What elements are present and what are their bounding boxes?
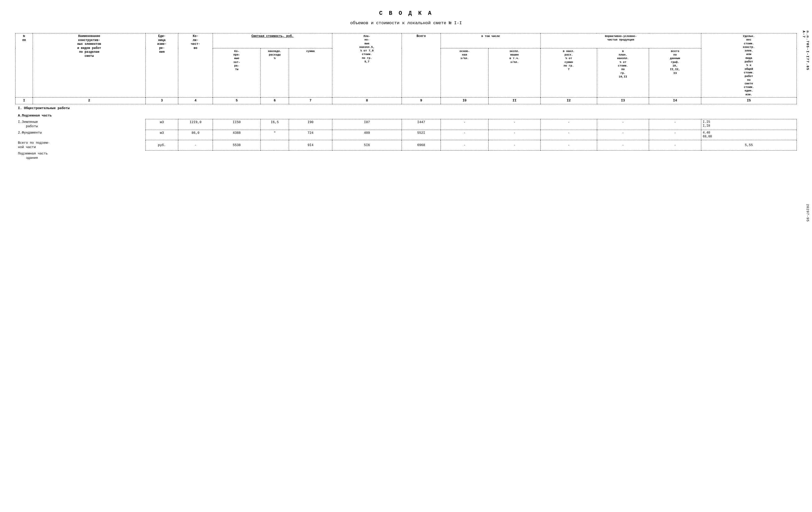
col-num-11: II bbox=[488, 98, 541, 104]
col-num-10: I0 bbox=[441, 98, 488, 104]
fund-norm-overhead: - bbox=[541, 130, 597, 140]
fund-overhead-sum: 724 bbox=[289, 130, 332, 140]
col-header-smetnaya: Сметная стоимость, руб. bbox=[213, 33, 332, 48]
fund-direct: 4388 bbox=[213, 130, 260, 140]
summary-norm-overhead: - bbox=[541, 140, 597, 151]
fund-norm-total: - bbox=[649, 130, 701, 140]
page-title: С В О Д К А bbox=[15, 10, 797, 17]
table-col-numbers-row: I 2 3 4 5 6 7 8 9 I0 II I2 I3 I4 I5 bbox=[16, 98, 797, 104]
col-subheader-base: основ-наяз/пл. bbox=[441, 48, 488, 97]
fund-qty: 86,0 bbox=[178, 130, 213, 140]
summary-norm-plan: - bbox=[597, 140, 649, 151]
summary-direct: 5538 bbox=[213, 140, 260, 151]
col-subheader-norm-overhead: в накл.расх.% отсуммнпо гр.7 bbox=[541, 48, 597, 97]
col-subheader-norm-plan: вплан.накопл.% отстоим.погр.10,II bbox=[597, 48, 649, 97]
col-num-12: I2 bbox=[541, 98, 597, 104]
earth-total: I447 bbox=[402, 119, 440, 130]
label-summary-underground: Всего по подзем-ной части bbox=[16, 140, 146, 151]
earth-direct: II50 bbox=[213, 119, 260, 130]
col-header-unit: Еди-ницаизме-ре-ния bbox=[146, 33, 178, 98]
col-num-8: 8 bbox=[332, 98, 402, 104]
col-header-name: Наименованиеконструктив-ных элементови в… bbox=[33, 33, 146, 98]
summary-overhead-pct bbox=[260, 140, 289, 151]
earth-norm-total: - bbox=[649, 119, 701, 130]
summary-norm-total: - bbox=[649, 140, 701, 151]
col-num-9: 9 bbox=[402, 98, 440, 104]
side-label-1: п.п.705-I-I77.85 А-7 bbox=[802, 31, 809, 71]
summary-base: - bbox=[441, 140, 488, 151]
earth-norm-overhead: - bbox=[541, 119, 597, 130]
fund-specific: 4.4069,08 bbox=[701, 130, 796, 140]
col-header-total: Всего bbox=[402, 33, 440, 98]
section-label-1: I. Общестроительные работы bbox=[16, 104, 797, 112]
subsection-header-earth: I.Земляные работы м3 I2I9,0 II50 I6,5 I9… bbox=[16, 119, 797, 130]
col-header-qty: Ко-ли-чест-во bbox=[178, 33, 213, 98]
col-num-3: 3 bbox=[146, 98, 178, 104]
col-header-normative: Нормативно-условно-чистая продукция bbox=[541, 33, 701, 48]
summary-total: 6968 bbox=[402, 140, 440, 151]
fund-norm-plan: - bbox=[597, 130, 649, 140]
earth-unit: м3 bbox=[146, 119, 178, 130]
col-num-5: 5 bbox=[213, 98, 260, 104]
section-header-1: I. Общестроительные работы bbox=[16, 104, 797, 112]
row-summary-underground: Всего по подзем-ной части руб. - 5538 9I… bbox=[16, 140, 797, 151]
col-num-2: 2 bbox=[33, 98, 146, 104]
earth-mach: - bbox=[488, 119, 541, 130]
earth-qty: I2I9,0 bbox=[178, 119, 213, 130]
col-subheader-mach: экспл.машинв т.ч.з/пл. bbox=[488, 48, 541, 97]
subsection-header-a: А.Подземная часть bbox=[16, 113, 797, 119]
col-subheader-direct: Ко-пря-мыезат-ра-ты bbox=[213, 48, 260, 97]
col-header-specific: Удельн.весстоим.констр.элем.иливидаработ… bbox=[701, 33, 796, 98]
col-subheader-overhead-sum: сумма bbox=[289, 48, 332, 97]
summary-mach: - bbox=[488, 140, 541, 151]
side-label-2: 20297-95 bbox=[806, 204, 809, 222]
col-num-6: 6 bbox=[260, 98, 289, 104]
summary-plan: 5I6 bbox=[332, 140, 402, 151]
col-header-plan: Пла-но-выенакопл.5,% от 7,8стоим.по гр.5… bbox=[332, 33, 402, 98]
row-fundaments: 2.Фундаменты м3 86,0 4388 " 724 409 552I… bbox=[16, 130, 797, 140]
fund-plan: 409 bbox=[332, 130, 402, 140]
fund-total: 552I bbox=[402, 130, 440, 140]
col-header-intom: в том числе bbox=[441, 33, 541, 48]
col-subheader-norm-total: всегоподаннымграф.10,II,I2,I3 bbox=[649, 48, 701, 97]
subsection-label-earth: I.Земляные работы bbox=[16, 119, 146, 130]
earth-overhead-sum: I90 bbox=[289, 119, 332, 130]
col-num-7: 7 bbox=[289, 98, 332, 104]
earth-norm-plan: - bbox=[597, 119, 649, 130]
fund-mach: - bbox=[488, 130, 541, 140]
col-num-1: I bbox=[16, 98, 33, 104]
main-table: №пп Наименованиеконструктив-ных элементо… bbox=[15, 33, 797, 161]
col-header-num: №пп bbox=[16, 33, 33, 98]
subsection-label-a: А.Подземная часть bbox=[16, 113, 797, 119]
fund-base: - bbox=[441, 130, 488, 140]
earth-plan: I07 bbox=[332, 119, 402, 130]
table-header-row: №пп Наименованиеконструктив-ных элементо… bbox=[16, 33, 797, 48]
label-fundaments: 2.Фундаменты bbox=[16, 130, 146, 140]
label-underground-building: Подземная часть здания bbox=[16, 151, 797, 161]
col-num-13: I3 bbox=[597, 98, 649, 104]
fund-unit: м3 bbox=[146, 130, 178, 140]
fund-overhead-pct: " bbox=[260, 130, 289, 140]
col-num-4: 4 bbox=[178, 98, 213, 104]
earth-base: - bbox=[441, 119, 488, 130]
col-num-15: I5 bbox=[701, 98, 796, 104]
col-subheader-overhead-pct: накладн.расходы% bbox=[260, 48, 289, 97]
summary-specific: 5,55 bbox=[701, 140, 796, 151]
earth-specific: I.I5I,I8 bbox=[701, 119, 796, 130]
summary-overhead-sum: 9I4 bbox=[289, 140, 332, 151]
summary-unit: руб. bbox=[146, 140, 178, 151]
summary-qty: - bbox=[178, 140, 213, 151]
earth-overhead-pct: I6,5 bbox=[260, 119, 289, 130]
page-subtitle: объемов и стоимости к локальной смете № … bbox=[15, 21, 797, 26]
subsection-underground-building: Подземная часть здания bbox=[16, 151, 797, 161]
col-num-14: I4 bbox=[649, 98, 701, 104]
